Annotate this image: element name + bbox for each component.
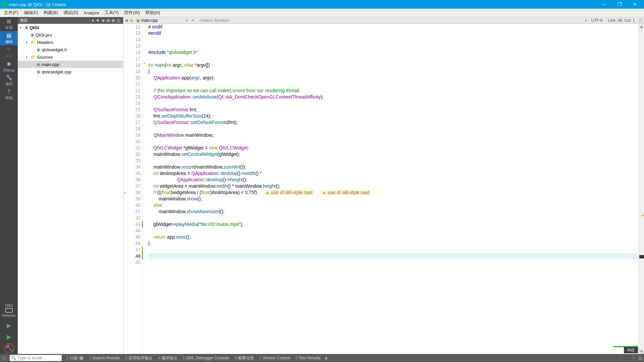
- scroll-down-icon[interactable]: ▼: [639, 349, 644, 354]
- file-icon: ▣: [24, 25, 28, 30]
- mode-strip: ⊞欢迎▤编辑✎设计✱Debug🔧项目?帮助 QtGl Release ▶ ▶ 🔨: [0, 17, 18, 354]
- file-icon: 📁: [31, 55, 36, 59]
- filter-icon[interactable]: ▼: [95, 18, 101, 22]
- node-label: qtvlcwidget.cpp: [42, 69, 71, 74]
- inline-warning: ▲ use of old-style cast: [321, 190, 371, 195]
- node-label: QtGl: [30, 25, 39, 30]
- close-output-icon[interactable]: ▫: [631, 356, 636, 360]
- encoding-label[interactable]: UTF-8: [588, 18, 605, 23]
- tree-node[interactable]: ▾📁Sources: [18, 53, 123, 61]
- symbol-selector[interactable]: <Select Symbol>: [197, 18, 584, 23]
- locator-placeholder: Type to locate ...: [17, 356, 47, 360]
- output-tab[interactable]: 3 应用程序输出: [122, 355, 155, 361]
- link-icon[interactable]: ⊕: [101, 18, 106, 23]
- tab-dropdown-icon[interactable]: ▾: [184, 18, 189, 23]
- vertical-scrollbar[interactable]: ▲ ▼: [639, 24, 644, 354]
- menu-item[interactable]: 控件(W): [121, 9, 143, 17]
- more-icon[interactable]: ◆: [323, 356, 329, 360]
- mode-项目[interactable]: 🔧项目: [0, 73, 18, 87]
- tree-node[interactable]: ▾▣QtGl: [18, 24, 123, 31]
- debug-run-button[interactable]: ▶: [0, 331, 18, 343]
- file-icon: ▣: [136, 18, 140, 23]
- tree-node[interactable]: ▾📁Headers: [18, 39, 123, 46]
- nav-forward-button[interactable]: ▶: [129, 18, 135, 23]
- mode-icon: 🔧: [6, 74, 12, 81]
- sidebar-toggle-icon[interactable]: ▤: [636, 356, 644, 360]
- project-tree[interactable]: ▾▣QtGl▣QtGl.pro▾📁Headers▣qtvlcwidget.h▾📁…: [18, 24, 123, 354]
- tab-label: 问题: [70, 355, 78, 361]
- mode-icon: ▤: [6, 32, 11, 39]
- menu-item[interactable]: 文件(F): [1, 9, 21, 17]
- twist-icon[interactable]: ▾: [20, 26, 24, 29]
- editor-toolbar: ◀ ▶ ▣ main.cpp ▾ ✕ <Select Symbol> ▾ UTF…: [123, 17, 644, 24]
- mode-欢迎[interactable]: ⊞欢迎: [0, 17, 18, 31]
- mode-label: 项目: [5, 81, 13, 86]
- warning-marker: [642, 215, 644, 216]
- maximize-button[interactable]: ❐: [612, 0, 627, 9]
- cursor-position[interactable]: Line: 48, Col: 1: [605, 18, 638, 23]
- tree-node[interactable]: ▣qtvlcwidget.cpp: [18, 68, 123, 75]
- menu-item[interactable]: 构建(B): [41, 9, 61, 17]
- twist-icon[interactable]: ▾: [26, 55, 31, 59]
- highlight-circle-icon: [4, 343, 14, 353]
- output-tab[interactable]: 6 概要信息: [232, 355, 257, 361]
- mode-label: 编辑: [5, 39, 13, 44]
- output-tab[interactable]: 7 Version Control: [257, 355, 293, 361]
- sync-icon[interactable]: ⊟: [106, 18, 111, 23]
- node-label: Headers: [37, 40, 53, 45]
- run-button[interactable]: ▶: [0, 320, 18, 331]
- tab-number: 2: [89, 356, 92, 360]
- split-editor-icon[interactable]: ◫: [638, 18, 644, 23]
- output-tab[interactable]: 1 问题2: [64, 355, 87, 361]
- fold-icon[interactable]: ▾: [144, 62, 145, 65]
- collapse-icon[interactable]: ⊞: [111, 18, 116, 23]
- tab-filename[interactable]: main.cpp: [141, 18, 184, 23]
- tab-number: 5: [183, 356, 185, 360]
- tab-number: 3: [125, 356, 127, 360]
- mode-设计[interactable]: ✎设计: [0, 45, 18, 59]
- project-panel: 项目 ▾ ▼ ⊕ ⊟ ⊞ ◫ ▾▣QtGl▣QtGl.pro▾📁Headers▣…: [18, 17, 123, 354]
- mode-label: Debug: [3, 68, 14, 72]
- menu-item[interactable]: 帮助(H): [143, 9, 163, 17]
- menu-item[interactable]: 工具(T): [102, 9, 122, 17]
- tab-number: 6: [234, 356, 237, 360]
- inline-warning: ▲ use of old-style cast: [264, 190, 314, 195]
- search-icon: 🔍: [11, 356, 16, 360]
- output-tab[interactable]: 8 Test Results: [293, 355, 323, 361]
- tree-node[interactable]: ▣qtvlcwidget.h: [18, 46, 123, 53]
- dropdown-icon[interactable]: ▾: [91, 18, 95, 23]
- nav-back-button[interactable]: ◀: [123, 18, 129, 23]
- tree-node[interactable]: ▣QtGl.pro: [18, 31, 123, 39]
- line-gutter[interactable]: 1213141516171819202122232425262728293031…: [128, 24, 143, 354]
- project-header: 项目 ▾ ▼ ⊕ ⊟ ⊞ ◫: [18, 17, 123, 24]
- menu-item[interactable]: 调试(D): [61, 9, 81, 17]
- mode-编辑[interactable]: ▤编辑: [0, 31, 18, 45]
- file-icon: ▣: [31, 33, 34, 37]
- minimize-button[interactable]: ─: [596, 0, 612, 9]
- output-toggle-icon[interactable]: ◫: [0, 356, 8, 360]
- code-text[interactable]: # endif#endif#include "qtvlcwidget.h"int…: [148, 24, 639, 354]
- symbol-dropdown-icon[interactable]: ▾: [584, 18, 588, 23]
- tree-node[interactable]: ▣main.cpp: [18, 61, 123, 68]
- kit-config: Release: [2, 313, 15, 317]
- menu-item[interactable]: Analyze: [81, 9, 102, 17]
- output-tab[interactable]: 4 编译输出: [155, 355, 180, 361]
- code-area[interactable]: 1213141516171819202122232425262728293031…: [123, 24, 644, 354]
- file-icon: 📁: [31, 40, 36, 45]
- tab-close-button[interactable]: ✕: [189, 18, 197, 23]
- menu-item[interactable]: 编辑(E): [21, 9, 41, 17]
- project-header-label: 项目: [20, 18, 91, 23]
- build-button[interactable]: 🔨: [0, 343, 18, 354]
- split-icon[interactable]: ◫: [116, 18, 121, 23]
- output-tab[interactable]: 2 Search Results: [87, 355, 122, 361]
- kit-name: QtGl: [5, 303, 13, 307]
- mode-帮助[interactable]: ?帮助: [0, 87, 18, 102]
- locator-input[interactable]: 🔍 Type to locate ...: [10, 355, 62, 361]
- twist-icon[interactable]: ▾: [26, 41, 31, 44]
- close-button[interactable]: ✕: [627, 0, 643, 9]
- mode-Debug[interactable]: ✱Debug: [0, 59, 18, 73]
- file-icon: ▣: [37, 69, 40, 74]
- scroll-up-icon[interactable]: ▲: [639, 24, 644, 29]
- kit-selector[interactable]: QtGl Release: [0, 301, 18, 320]
- output-tab[interactable]: 5 QML Debugger Console: [180, 355, 232, 361]
